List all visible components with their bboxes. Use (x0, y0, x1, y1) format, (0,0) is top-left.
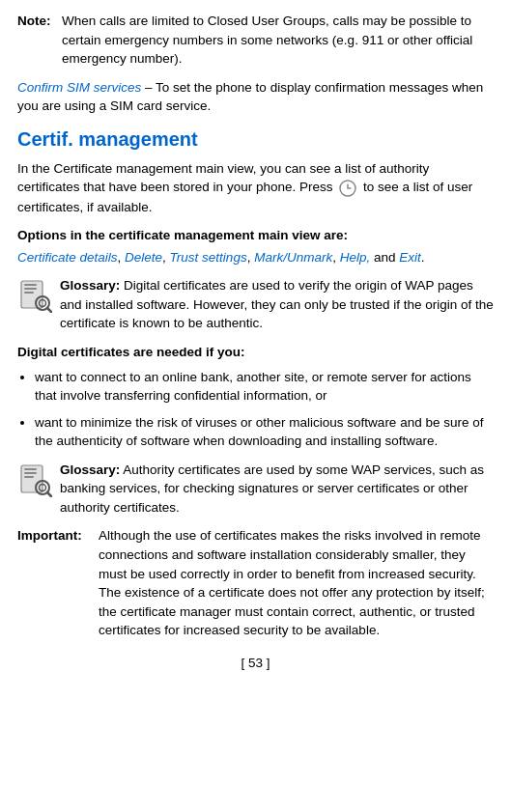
glossary-icon-2 (17, 462, 52, 497)
glossary-label-1: Glossary: (60, 278, 120, 293)
press-icon (339, 179, 356, 198)
svg-rect-10 (24, 472, 37, 474)
svg-rect-2 (24, 284, 37, 286)
glossary-text-1: Glossary: Digital certificates are used … (60, 276, 494, 333)
list-item: want to connect to an online bank, anoth… (35, 368, 494, 406)
glossary-block-1: Glossary: Digital certificates are used … (17, 276, 494, 333)
list-item: want to minimize the risk of viruses or … (35, 413, 494, 451)
option-mark-unmark[interactable]: Mark/Unmark (254, 250, 332, 265)
option-help[interactable]: Help, (340, 250, 371, 265)
certif-body: In the Certificate management main view,… (17, 159, 494, 216)
page-footer: [ 53 ] (17, 654, 494, 673)
note-label: Note: (17, 12, 58, 69)
svg-rect-9 (24, 468, 37, 470)
certif-heading: Certif. management (17, 126, 494, 154)
option-certificate-details[interactable]: Certificate details (17, 250, 118, 265)
glossary-text-2: Glossary: Authority certificates are use… (60, 461, 494, 518)
important-label: Important: (17, 526, 95, 546)
digital-heading: Digital certificates are needed if you: (17, 343, 494, 362)
option-delete[interactable]: Delete (125, 250, 162, 265)
options-links: Certificate details, Delete, Trust setti… (17, 248, 494, 267)
glossary-label-2: Glossary: (60, 462, 120, 477)
confirm-section: Confirm SIM services – To set the phone … (17, 78, 494, 116)
glossary-content-2: Authority certificates are used by some … (60, 462, 484, 515)
options-heading: Options in the certificate management ma… (17, 226, 494, 245)
glossary-content-1: Digital certificates are used to verify … (60, 278, 494, 330)
svg-rect-3 (24, 288, 37, 290)
svg-rect-11 (24, 476, 34, 478)
bullet-list: want to connect to an online bank, anoth… (35, 368, 494, 451)
svg-line-13 (47, 492, 51, 496)
svg-line-6 (47, 308, 51, 312)
glossary-block-2: Glossary: Authority certificates are use… (17, 461, 494, 518)
glossary-icon-1 (17, 278, 52, 313)
confirm-sim-link[interactable]: Confirm SIM services (17, 80, 141, 95)
important-block: Important: Although the use of certifica… (17, 526, 494, 639)
option-trust-settings[interactable]: Trust settings (170, 250, 247, 265)
svg-rect-4 (24, 292, 34, 294)
note-text: When calls are limited to Closed User Gr… (62, 12, 494, 69)
confirm-dash: – (141, 80, 156, 95)
option-exit[interactable]: Exit (399, 250, 421, 265)
note-block: Note: When calls are limited to Closed U… (17, 12, 494, 69)
important-text: Although the use of certificates makes t… (99, 526, 494, 639)
